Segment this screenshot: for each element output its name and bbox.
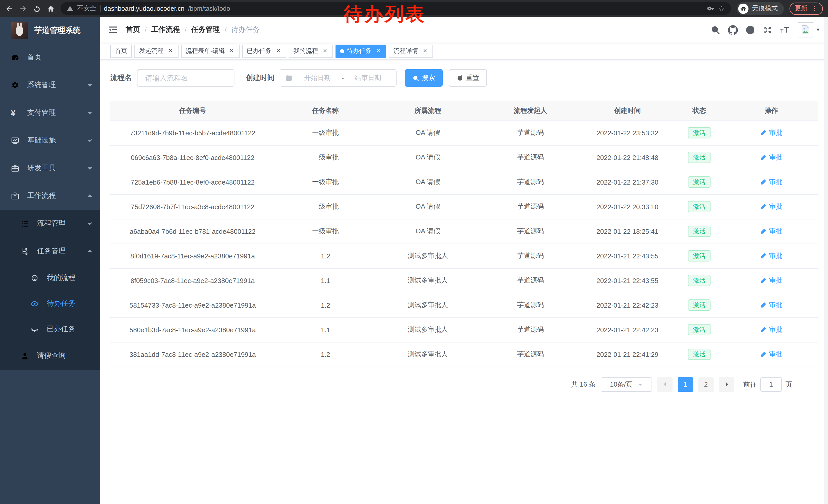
- sidebar-item-label: 已办任务: [47, 325, 75, 334]
- tab-close-icon[interactable]: ×: [275, 48, 282, 54]
- update-button[interactable]: 更新 ⋮: [790, 2, 823, 15]
- app-title: 芋道管理系统: [34, 26, 81, 35]
- search-icon[interactable]: [710, 25, 720, 35]
- column-header: 状态: [673, 101, 725, 121]
- next-page-button[interactable]: [719, 377, 734, 392]
- page-content: 流程名 创建时间 开始日期 - 结束日期 搜索 重: [100, 60, 828, 504]
- sidebar-item-home[interactable]: 首页: [0, 44, 100, 71]
- bookmark-star-icon[interactable]: ☆: [718, 5, 725, 12]
- approve-button[interactable]: 审批: [760, 325, 782, 334]
- tab-done-task[interactable]: 已办任务×: [242, 44, 286, 58]
- tab-close-icon[interactable]: ×: [167, 48, 174, 54]
- approve-button[interactable]: 审批: [760, 128, 782, 137]
- avatar[interactable]: [798, 22, 813, 37]
- approve-button[interactable]: 审批: [760, 350, 782, 359]
- table-row: 58154733-7ac8-11ec-a9e2-a2380e71991a1.2测…: [110, 293, 818, 317]
- search-button[interactable]: 搜索: [405, 69, 443, 87]
- sidebar-item-process-management[interactable]: 流程管理: [0, 210, 100, 237]
- robot-face-icon: [30, 274, 39, 282]
- tab-process-detail[interactable]: 流程详情×: [389, 44, 433, 58]
- font-size-icon[interactable]: TT: [780, 25, 790, 35]
- app-logo[interactable]: 芋道管理系统: [0, 17, 100, 44]
- page-size-select[interactable]: 10条/页: [601, 377, 652, 392]
- forward-icon[interactable]: [19, 4, 27, 12]
- home-icon[interactable]: [47, 4, 55, 12]
- sidebar-item-done-task[interactable]: 已办任务: [0, 316, 100, 342]
- reload-icon[interactable]: [33, 4, 41, 12]
- sidebar-item-workflow[interactable]: 工作流程: [0, 182, 100, 210]
- cell-id: 580e1b3d-7ac8-11ec-a9e2-a2380e71991a: [110, 317, 275, 342]
- tab-start-process[interactable]: 发起流程×: [134, 44, 178, 58]
- help-icon[interactable]: [745, 25, 755, 35]
- table-row: 73211d9d-7b9b-11ec-b5b7-acde48001122一级审批…: [110, 121, 818, 145]
- approve-button[interactable]: 审批: [760, 251, 782, 261]
- tab-close-icon[interactable]: ×: [322, 48, 328, 54]
- scrollbar[interactable]: [824, 17, 828, 504]
- approve-button[interactable]: 审批: [760, 227, 782, 236]
- breadcrumb-item[interactable]: 首页: [126, 25, 140, 34]
- sidebar-item-my-process[interactable]: 我的流程: [0, 265, 100, 291]
- approve-button[interactable]: 审批: [760, 301, 782, 310]
- monitor-icon: [11, 136, 19, 145]
- tab-close-icon[interactable]: ×: [422, 48, 428, 54]
- tab-my-process[interactable]: 我的流程×: [289, 44, 333, 58]
- tab-close-icon[interactable]: ×: [228, 48, 235, 54]
- cell-name: 1.1: [275, 317, 376, 342]
- breadcrumb-item[interactable]: 工作流程: [151, 25, 180, 34]
- hamburger-icon[interactable]: [108, 25, 118, 35]
- edit-icon: [760, 203, 767, 210]
- page-button-1[interactable]: 1: [678, 377, 693, 392]
- eye-open-icon: [30, 299, 39, 308]
- sidebar-item-dev-tools[interactable]: 研发工具: [0, 154, 100, 182]
- tags-list: 首页发起流程×流程表单-编辑×已办任务×我的流程×待办任务×流程详情×: [110, 44, 433, 58]
- breadcrumb-item[interactable]: 任务管理: [191, 25, 220, 34]
- sidebar-item-infrastructure[interactable]: 基础设施: [0, 127, 100, 154]
- tab-label: 发起流程: [139, 47, 164, 55]
- key-icon[interactable]: [707, 5, 714, 12]
- approve-label: 审批: [769, 128, 782, 137]
- tab-label: 已办任务: [247, 47, 272, 55]
- sidebar-menu: 首页系统管理¥支付管理基础设施研发工具工作流程流程管理任务管理我的流程待办任务已…: [0, 44, 100, 370]
- chevron-down-icon: [87, 137, 93, 144]
- approve-label: 审批: [769, 251, 782, 261]
- tab-form-edit[interactable]: 流程表单-编辑×: [181, 44, 240, 58]
- tab-close-icon[interactable]: ×: [375, 48, 382, 54]
- edit-icon: [760, 179, 767, 185]
- chevron-down-icon: [87, 110, 93, 116]
- sidebar-item-leave-query[interactable]: 请假查询: [0, 342, 100, 370]
- sidebar-item-label: 基础设施: [27, 136, 56, 145]
- caret-down-icon[interactable]: ▼: [816, 27, 820, 32]
- cell-process: OA 请假: [376, 145, 480, 170]
- sidebar-item-system-management[interactable]: 系统管理: [0, 71, 100, 99]
- status-badge: 激活: [688, 275, 710, 286]
- tab-todo-task[interactable]: 待办任务×: [335, 44, 386, 58]
- date-range-picker[interactable]: 开始日期 - 结束日期: [280, 69, 397, 87]
- sidebar-item-todo-task[interactable]: 待办任务: [0, 291, 100, 316]
- github-icon[interactable]: [728, 25, 738, 35]
- page-button-2[interactable]: 2: [698, 377, 714, 392]
- approve-button[interactable]: 审批: [760, 202, 782, 211]
- sidebar-item-label: 首页: [27, 53, 42, 62]
- cell-id: 8f0d1619-7ac8-11ec-a9e2-a2380e71991a: [110, 243, 275, 268]
- sidebar-item-task-management[interactable]: 任务管理: [0, 237, 100, 265]
- tab-label: 首页: [115, 47, 127, 55]
- tab-label: 流程表单-编辑: [186, 47, 225, 55]
- cell-process: 测试多审批人: [376, 243, 480, 268]
- process-name-input[interactable]: [137, 69, 235, 87]
- address-bar[interactable]: 不安全 dashboard.yudao.iocoder.cn/bpm/task/…: [60, 2, 731, 15]
- reset-button[interactable]: 重置: [449, 69, 487, 87]
- prev-page-button[interactable]: [657, 377, 672, 392]
- approve-button[interactable]: 审批: [760, 177, 782, 187]
- approve-button[interactable]: 审批: [760, 276, 782, 285]
- tab-label: 待办任务: [347, 47, 371, 55]
- back-icon[interactable]: [5, 4, 13, 12]
- goto-page-input[interactable]: [760, 377, 782, 392]
- browser-menu-dots-icon[interactable]: ⋮: [811, 5, 818, 12]
- divider: [100, 5, 100, 12]
- fullscreen-icon[interactable]: [763, 25, 773, 35]
- approve-button[interactable]: 审批: [760, 153, 782, 162]
- sidebar-item-payment-management[interactable]: ¥支付管理: [0, 99, 100, 127]
- cell-time: 2022-01-22 23:53:32: [581, 121, 673, 145]
- cell-id: 75d72608-7b7f-11ec-a3c8-acde48001122: [110, 194, 275, 219]
- tab-home[interactable]: 首页: [110, 44, 132, 58]
